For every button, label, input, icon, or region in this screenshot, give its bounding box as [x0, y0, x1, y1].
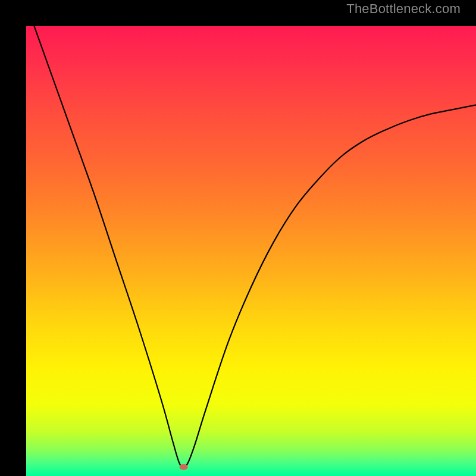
- chart-plot-area: [26, 26, 476, 476]
- optimum-marker: [180, 464, 188, 470]
- chart-frame: [0, 0, 476, 476]
- gradient-background: [26, 26, 476, 476]
- chart-svg: [26, 26, 476, 476]
- watermark-text: TheBottleneck.com: [346, 1, 461, 17]
